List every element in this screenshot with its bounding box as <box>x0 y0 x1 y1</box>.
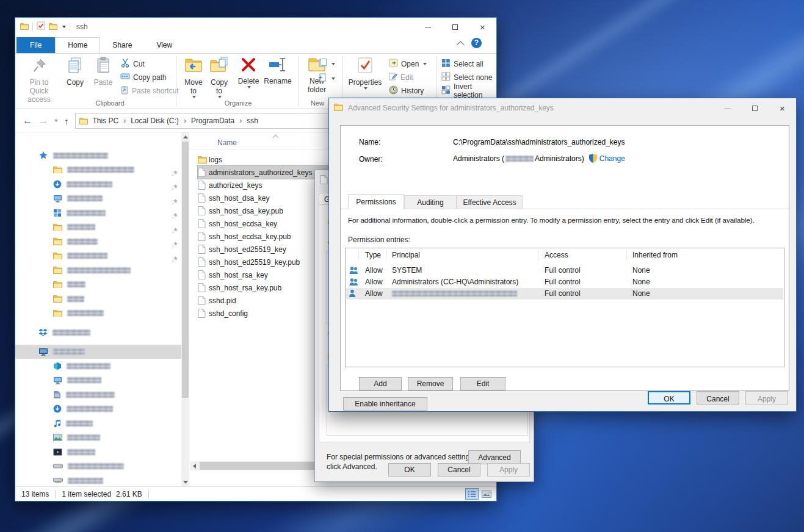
tab-file[interactable]: File <box>16 37 55 53</box>
file-row[interactable]: ssh_host_dsa_key <box>198 192 269 204</box>
explorer-titlebar[interactable]: ssh × <box>15 18 496 36</box>
thumbnail-view-button[interactable] <box>480 489 493 499</box>
advanced-button[interactable]: Advanced <box>468 450 521 464</box>
copy-to-button[interactable]: Copy to <box>207 56 231 98</box>
file-row[interactable]: authorized_keys <box>198 179 262 192</box>
column-inherited-from[interactable]: Inherited from <box>632 251 678 259</box>
breadcrumb-item[interactable]: ProgramData <box>190 117 236 125</box>
file-row[interactable]: ssh_host_ed25519_key.pub <box>198 256 300 268</box>
properties-button[interactable]: Properties <box>346 56 385 98</box>
breadcrumb-chevron-icon[interactable]: › <box>236 117 245 125</box>
sidebar-item[interactable] <box>15 387 181 401</box>
breadcrumb-chevron-icon[interactable]: › <box>180 117 190 125</box>
paste-button[interactable]: Paste <box>90 56 117 98</box>
ok-button[interactable]: OK <box>388 463 431 476</box>
sidebar-item[interactable] <box>15 278 181 292</box>
breadcrumb-item[interactable]: This PC <box>92 117 120 125</box>
apply-button[interactable]: Apply <box>487 463 530 476</box>
minimize-button[interactable] <box>714 98 741 118</box>
recent-locations-dropdown-icon[interactable] <box>54 120 58 122</box>
sidebar-item[interactable] <box>15 416 181 430</box>
invert-selection-button[interactable]: Invert selection <box>441 84 496 97</box>
edit-button[interactable]: Edit <box>460 377 505 390</box>
copy-path-button[interactable]: Copy path <box>120 71 167 84</box>
pin-to-quick-access-button[interactable]: Pin to Quick access <box>20 56 58 98</box>
column-type[interactable]: Type <box>365 251 381 259</box>
file-row[interactable]: sshd_config <box>198 307 248 320</box>
cancel-button[interactable]: Cancel <box>438 463 480 476</box>
delete-button[interactable]: Delete <box>235 56 262 98</box>
details-view-button[interactable] <box>466 489 478 499</box>
breadcrumb-item[interactable]: Local Disk (C:) <box>129 117 180 125</box>
forward-button[interactable]: → <box>38 115 48 126</box>
move-to-button[interactable]: Move to <box>181 56 206 98</box>
collapse-ribbon-icon[interactable] <box>457 41 465 49</box>
file-row[interactable]: ssh_host_rsa_key <box>198 268 268 281</box>
scroll-left-icon[interactable] <box>190 461 198 470</box>
copy-button[interactable]: Copy <box>62 56 89 98</box>
open-button[interactable]: Open <box>389 57 427 70</box>
paste-shortcut-button[interactable]: Paste shortcut <box>120 84 179 97</box>
maximize-button[interactable] <box>441 18 469 36</box>
breadcrumb-chevron-icon[interactable]: › <box>120 117 129 125</box>
sidebar-item[interactable] <box>15 192 181 206</box>
tab-permissions[interactable]: Permissions <box>348 194 404 209</box>
sidebar-item[interactable] <box>15 249 181 263</box>
sidebar-item[interactable] <box>15 206 181 220</box>
sidebar-item[interactable] <box>15 345 181 359</box>
scrollbar-thumb[interactable] <box>182 142 189 398</box>
change-owner-link[interactable]: Change <box>599 154 625 163</box>
maximize-button[interactable] <box>741 98 769 118</box>
remove-button[interactable]: Remove <box>408 377 453 390</box>
new-item-button[interactable] <box>318 72 335 85</box>
close-button[interactable]: × <box>469 18 496 36</box>
tab-home[interactable]: Home <box>55 37 100 53</box>
breadcrumb-item[interactable]: ssh <box>245 117 259 125</box>
sidebar-item[interactable] <box>15 263 181 277</box>
ok-button[interactable]: OK <box>648 391 690 404</box>
column-access[interactable]: Access <box>545 251 568 259</box>
qat-new-folder-icon[interactable] <box>49 21 57 32</box>
sidebar-item[interactable] <box>15 431 181 445</box>
sidebar-item[interactable] <box>15 306 181 320</box>
help-icon[interactable]: ? <box>471 38 482 48</box>
minimize-button[interactable] <box>414 18 441 36</box>
scroll-down-icon[interactable] <box>181 478 189 486</box>
sidebar-item[interactable] <box>15 148 181 162</box>
sidebar-item[interactable] <box>15 473 181 486</box>
tab-view[interactable]: View <box>144 38 184 53</box>
sidebar-item[interactable] <box>15 459 181 473</box>
cut-button[interactable]: Cut <box>120 57 145 70</box>
sidebar-item[interactable] <box>15 292 181 306</box>
permission-entry-row[interactable]: AllowAdministrators (CC-HQ\Administrator… <box>346 276 783 288</box>
file-row[interactable]: ssh_host_rsa_key.pub <box>198 281 281 294</box>
sidebar-item[interactable] <box>15 325 181 339</box>
history-button[interactable]: History <box>389 84 424 97</box>
close-button[interactable]: × <box>769 98 796 118</box>
sidebar-item[interactable] <box>15 234 181 248</box>
column-principal[interactable]: Principal <box>392 251 420 259</box>
tab-effective-access[interactable]: Effective Access <box>457 195 523 209</box>
sidebar-item[interactable] <box>15 177 181 191</box>
file-row[interactable]: ssh_host_dsa_key.pub <box>198 204 283 217</box>
sidebar-scrollbar[interactable] <box>181 132 189 486</box>
sidebar-item[interactable] <box>15 402 181 416</box>
sidebar-item[interactable] <box>15 163 181 177</box>
permission-entry-row[interactable]: AllowSYSTEMFull controlNone <box>346 265 783 276</box>
qat-customize-dropdown-icon[interactable] <box>62 26 66 28</box>
enable-inheritance-button[interactable]: Enable inheritance <box>343 397 427 411</box>
sidebar-item[interactable] <box>15 373 181 387</box>
file-row[interactable]: sshd.pid <box>198 294 236 307</box>
permission-entry-row[interactable]: AllowFull controlNone <box>346 288 783 300</box>
sidebar-item[interactable] <box>15 220 181 234</box>
file-row[interactable]: administrators_authorized_keys <box>198 166 331 179</box>
select-all-button[interactable]: Select all <box>441 57 483 70</box>
sidebar-item[interactable] <box>15 445 181 459</box>
file-row[interactable]: ssh_host_ecdsa_key <box>198 217 277 230</box>
file-row[interactable]: ssh_host_ecdsa_key.pub <box>198 230 291 243</box>
scroll-up-icon[interactable] <box>181 132 189 141</box>
apply-button[interactable]: Apply <box>745 391 788 404</box>
edit-button[interactable]: Edit <box>389 71 413 84</box>
tab-share[interactable]: Share <box>100 38 144 53</box>
add-button[interactable]: Add <box>359 377 402 390</box>
